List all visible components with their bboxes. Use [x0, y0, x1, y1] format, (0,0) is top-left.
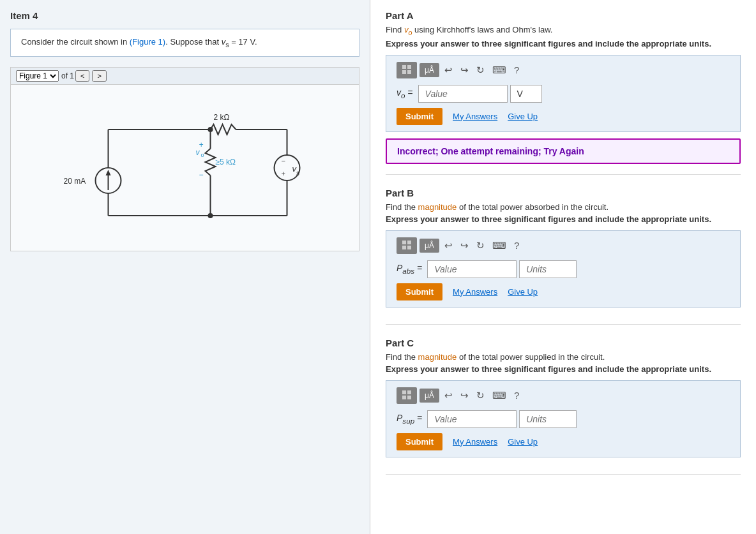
undo-icon-a[interactable]: ↩ [442, 63, 455, 77]
part-a-var-label: vo = [397, 87, 413, 100]
svg-point-23 [208, 127, 213, 132]
svg-rect-30 [407, 241, 411, 244]
part-c-desc-suffix: of the total power supplied in the circu… [457, 352, 605, 362]
refresh-icon-c[interactable]: ↻ [474, 389, 487, 403]
matrix-button-b[interactable] [397, 237, 417, 254]
part-a-unit-display: V [510, 85, 542, 103]
part-c-units-input[interactable] [519, 410, 577, 428]
part-b-section: Part B Find the magnitude of the total p… [386, 188, 741, 325]
part-a-title: Part A [386, 10, 741, 21]
part-c-my-answers-link[interactable]: My Answers [453, 437, 497, 447]
svg-text:−: − [282, 157, 285, 165]
svg-rect-31 [402, 246, 406, 249]
part-a-input-row: vo = V [397, 85, 730, 103]
svg-point-24 [208, 213, 213, 218]
part-c-submit-button[interactable]: Submit [397, 433, 442, 450]
svg-text:≥5 kΩ: ≥5 kΩ [216, 158, 236, 167]
item-title: Item 4 [10, 10, 359, 21]
help-icon-b[interactable]: ? [511, 239, 522, 252]
help-icon-a[interactable]: ? [511, 63, 522, 77]
svg-text:vs: vs [292, 164, 300, 177]
svg-rect-29 [402, 241, 406, 244]
part-a-var: vo [404, 25, 412, 34]
redo-icon-a[interactable]: ↪ [458, 63, 471, 77]
part-c-toolbar: μÅ ↩ ↪ ↻ ⌨ ? [397, 387, 730, 404]
help-icon-c[interactable]: ? [511, 389, 522, 402]
figure-link[interactable]: (Figure 1) [130, 37, 165, 47]
svg-rect-35 [402, 396, 406, 399]
part-a-value-input[interactable] [418, 85, 508, 103]
svg-marker-17 [106, 170, 111, 175]
part-c-value-input[interactable] [427, 410, 517, 428]
part-c-give-up-link[interactable]: Give Up [508, 437, 538, 447]
vs-label: vs = 17 V [222, 37, 255, 47]
redo-icon-b[interactable]: ↪ [458, 239, 471, 253]
svg-rect-32 [407, 246, 411, 249]
part-b-input-row: Pabs = [397, 260, 730, 278]
part-a-desc-suffix: using Kirchhoff's laws and Ohm's law. [412, 25, 552, 34]
problem-text-prefix: Consider the circuit shown in [21, 37, 130, 47]
part-b-units-input[interactable] [519, 260, 577, 278]
circuit-diagram: 2 kΩ ≥5 kΩ + v o − [24, 98, 346, 238]
part-c-desc: Find the magnitude of the total power su… [386, 352, 741, 362]
svg-rect-36 [407, 396, 411, 399]
svg-text:+: + [199, 140, 204, 149]
part-a-instructions: Express your answer to three significant… [386, 39, 741, 48]
part-a-desc: Find vo using Kirchhoff's laws and Ohm's… [386, 25, 741, 36]
svg-text:+: + [282, 170, 285, 177]
part-b-my-answers-link[interactable]: My Answers [453, 287, 497, 297]
redo-icon-c[interactable]: ↪ [458, 389, 471, 403]
left-panel: Item 4 Consider the circuit shown in (Fi… [0, 0, 370, 534]
part-a-submit-row: Submit My Answers Give Up [397, 108, 730, 125]
mu-a-button-b[interactable]: μÅ [420, 239, 439, 253]
part-a-answer-box: μÅ ↩ ↪ ↻ ⌨ ? vo = V Submit My Answers [386, 55, 741, 132]
part-c-title: Part C [386, 337, 741, 348]
part-b-desc-suffix: of the total power absorbed in the circu… [457, 202, 609, 212]
part-b-submit-row: Submit My Answers Give Up [397, 283, 730, 300]
part-a-give-up-link[interactable]: Give Up [508, 112, 538, 121]
figure-toolbar: Figure 1 of 1 < > [11, 68, 359, 85]
figure-prev-button[interactable]: < [75, 70, 89, 82]
svg-rect-33 [402, 390, 406, 394]
part-c-submit-row: Submit My Answers Give Up [397, 433, 730, 450]
matrix-button-c[interactable] [397, 387, 417, 404]
part-b-toolbar: μÅ ↩ ↪ ↻ ⌨ ? [397, 237, 730, 254]
part-b-highlight: magnitude [418, 202, 457, 212]
part-c-instructions: Express your answer to three significant… [386, 364, 741, 374]
refresh-icon-a[interactable]: ↻ [474, 63, 487, 77]
svg-text:−: − [199, 170, 204, 179]
part-b-desc: Find the magnitude of the total power ab… [386, 202, 741, 212]
refresh-icon-b[interactable]: ↻ [474, 239, 487, 253]
part-a-submit-button[interactable]: Submit [397, 108, 442, 125]
undo-icon-c[interactable]: ↩ [442, 389, 455, 403]
part-a-toolbar: μÅ ↩ ↪ ↻ ⌨ ? [397, 62, 730, 78]
part-b-submit-button[interactable]: Submit [397, 283, 442, 300]
mu-a-button-c[interactable]: μÅ [420, 389, 439, 403]
problem-box: Consider the circuit shown in (Figure 1)… [10, 29, 359, 57]
keyboard-icon-a[interactable]: ⌨ [490, 63, 509, 77]
keyboard-icon-b[interactable]: ⌨ [490, 239, 509, 253]
right-panel: Part A Find vo using Kirchhoff's laws an… [370, 0, 756, 534]
svg-rect-25 [402, 65, 406, 69]
part-c-answer-box: μÅ ↩ ↪ ↻ ⌨ ? Psup = Submit My Answers Gi… [386, 380, 741, 457]
undo-icon-b[interactable]: ↩ [442, 239, 455, 253]
part-b-answer-box: μÅ ↩ ↪ ↻ ⌨ ? Pabs = Submit My Answers Gi… [386, 230, 741, 308]
part-a-feedback: Incorrect; One attempt remaining; Try Ag… [386, 138, 741, 164]
keyboard-icon-c[interactable]: ⌨ [490, 389, 509, 403]
part-a-my-answers-link[interactable]: My Answers [453, 112, 497, 121]
part-b-give-up-link[interactable]: Give Up [508, 287, 538, 297]
part-b-var-label: Pabs = [397, 263, 422, 275]
figure-area: 2 kΩ ≥5 kΩ + v o − [11, 85, 359, 251]
part-c-section: Part C Find the magnitude of the total p… [386, 337, 741, 475]
part-b-instructions: Express your answer to three significant… [386, 214, 741, 224]
matrix-button-a[interactable] [397, 62, 417, 78]
problem-text-end: . [255, 37, 257, 47]
part-b-desc-prefix: Find the [386, 202, 418, 212]
part-b-value-input[interactable] [427, 260, 517, 278]
mu-a-button-a[interactable]: μÅ [420, 63, 439, 77]
part-c-desc-prefix: Find the [386, 352, 418, 362]
part-c-var-label: Psup = [397, 413, 422, 425]
figure-of-label: of 1 [61, 71, 74, 80]
figure-select[interactable]: Figure 1 [16, 70, 59, 82]
figure-next-button[interactable]: > [92, 70, 106, 82]
